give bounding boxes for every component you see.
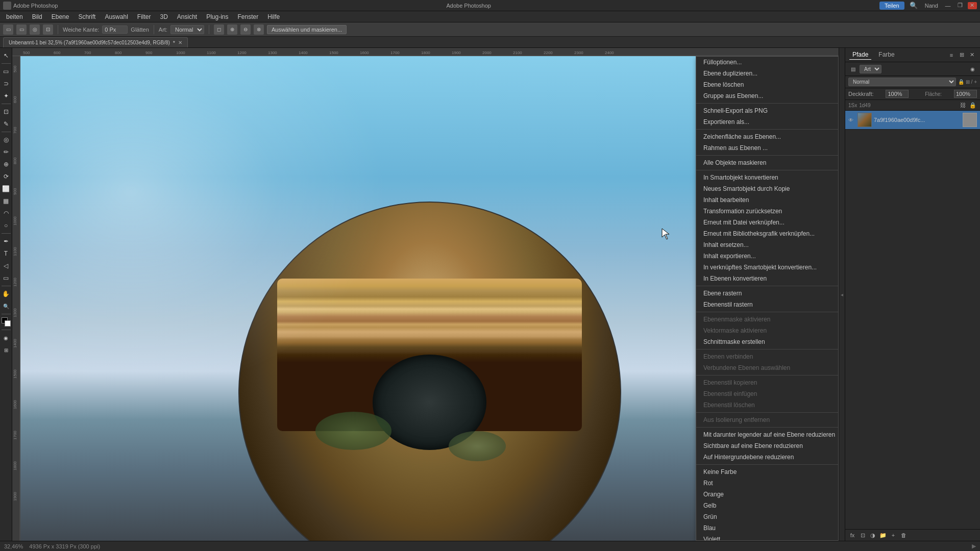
ctx-item-erneut-bibliotheksgrafik-verknuepfen[interactable]: Erneut mit Bibliotheksgrafik verknüpfen.…	[696, 228, 838, 239]
ctx-item-ebene-rastern[interactable]: Ebene rastern	[696, 288, 838, 299]
blur-tool[interactable]: ◠	[1, 208, 12, 219]
magic-wand-tool[interactable]: ✦	[1, 90, 12, 102]
ctx-item-schnell-export-png[interactable]: Schnell-Export als PNG	[696, 105, 838, 116]
opacity-input[interactable]	[886, 90, 909, 98]
menu-3d[interactable]: 3D	[156, 12, 172, 21]
document-tab[interactable]: Unbenannt-1 bei 32,5% (7a9f1960ae00d9fc5…	[3, 37, 188, 47]
shape-tool[interactable]: ▭	[1, 272, 12, 284]
panel-close-icon[interactable]: ✕	[968, 51, 976, 59]
ctx-item-keine-farbe[interactable]: Keine Farbe	[696, 466, 838, 478]
minimize-button[interactable]: —	[943, 2, 952, 9]
panel-arrange-icon[interactable]: ⊞	[958, 51, 966, 59]
layer-toggle-icon[interactable]: ◉	[968, 64, 977, 73]
ctx-item-auf-hintergrundebene[interactable]: Auf Hintergrundebene reduzieren	[696, 452, 838, 463]
ctx-item-inhalt-bearbeiten[interactable]: Inhalt bearbeiten	[696, 194, 838, 206]
close-button[interactable]: ✕	[968, 2, 977, 9]
menu-ansicht[interactable]: Ansicht	[173, 12, 201, 21]
opt-icon-a[interactable]: ◻	[214, 24, 224, 35]
adjustment-layer-button[interactable]: ◑	[869, 531, 877, 539]
share-button[interactable]: Teilen	[879, 2, 904, 10]
menu-schrift[interactable]: Schrift	[74, 12, 100, 21]
delete-layer-button[interactable]: 🗑	[899, 531, 908, 539]
ctx-item-schnittmaske-erstellen[interactable]: Schnittmaske erstellen	[696, 336, 838, 347]
ctx-item-fulloptionen[interactable]: Fülloptionen...	[696, 57, 838, 68]
ctx-item-ebene-duplizieren[interactable]: Ebene duplizieren...	[696, 68, 838, 79]
crop-tool[interactable]: ⊡	[1, 106, 12, 117]
opt-icon-d[interactable]: ⊗	[254, 24, 264, 35]
foreground-color[interactable]	[1, 316, 12, 328]
panel-link-icon[interactable]: ⛓	[959, 101, 967, 109]
ctx-item-neues-smartobjekt-kopie[interactable]: Neues Smartobjekt durch Kopie	[696, 183, 838, 194]
screen-mode-tool[interactable]: ⊞	[1, 344, 12, 356]
ctx-item-orange[interactable]: Orange	[696, 489, 838, 500]
brush-tool[interactable]: ✏	[1, 146, 12, 158]
ctx-item-gruppe-aus-ebenen[interactable]: Gruppe aus Ebenen...	[696, 90, 838, 102]
menu-filter[interactable]: Filter	[133, 12, 155, 21]
weiche-kante-input[interactable]	[102, 26, 128, 34]
ctx-item-inhalt-exportieren[interactable]: Inhalt exportieren...	[696, 251, 838, 262]
ctx-item-in-verknuepftes-smartobjekt[interactable]: In verknüpftes Smartobjekt konvertieren.…	[696, 262, 838, 273]
tab-close-button[interactable]: ✕	[178, 40, 182, 45]
menu-bild[interactable]: Bild	[28, 12, 46, 21]
ctx-item-erneut-datei-verknuepfen[interactable]: Erneut mit Datei verknüpfen...	[696, 217, 838, 228]
ctx-item-in-ebenen-konvertieren[interactable]: In Ebenen konvertieren	[696, 273, 838, 284]
menu-plugins[interactable]: Plug-ins	[202, 12, 232, 21]
rectangular-select-tool[interactable]: ▭	[1, 66, 12, 77]
spot-healing-tool[interactable]: ◎	[1, 134, 12, 145]
zoom-tool[interactable]: 🔍	[1, 300, 12, 312]
type-tool[interactable]: T	[1, 248, 12, 259]
new-group-button[interactable]: 📁	[879, 531, 887, 539]
gradient-tool[interactable]: ▦	[1, 195, 12, 207]
menu-hilfe[interactable]: Hilfe	[263, 12, 284, 21]
ctx-item-ebenensstil-rastern[interactable]: Ebenenstil rastern	[696, 299, 838, 310]
ctx-item-rot[interactable]: Rot	[696, 478, 838, 489]
panel-menu-icon[interactable]: ≡	[947, 51, 955, 59]
menu-ebene[interactable]: Ebene	[47, 12, 74, 21]
clone-tool[interactable]: ⊕	[1, 159, 12, 170]
menu-beiten[interactable]: beiten	[2, 12, 27, 21]
panel-tab-pfade[interactable]: Pfade	[849, 50, 871, 60]
layer-fx-button[interactable]: fx	[848, 531, 856, 539]
ctx-item-exportieren-als[interactable]: Exportieren als...	[696, 116, 838, 128]
ctx-item-inhalt-ersetzen[interactable]: Inhalt ersetzen...	[696, 239, 838, 251]
opt-icon-b[interactable]: ⊕	[227, 24, 237, 35]
history-brush-tool[interactable]: ⟳	[1, 171, 12, 182]
ctx-item-rahmen-aus-ebenen[interactable]: Rahmen aus Ebenen ...	[696, 142, 838, 154]
eraser-tool[interactable]: ⬜	[1, 183, 12, 194]
blend-mode-select[interactable]: Normal	[848, 78, 956, 86]
ctx-item-transformation-zuruecksetzen[interactable]: Transformation zurücksetzen	[696, 206, 838, 217]
layer-filter-select[interactable]: Art	[860, 65, 881, 73]
menu-fenster[interactable]: Fenster	[234, 12, 263, 21]
menu-auswahl[interactable]: Auswahl	[101, 12, 132, 21]
pen-tool[interactable]: ✒	[1, 236, 12, 247]
dodge-tool[interactable]: ○	[1, 220, 12, 231]
ctx-item-violett[interactable]: Violett	[696, 534, 838, 541]
move-tool[interactable]: ↖	[1, 50, 12, 61]
flache-input[interactable]	[954, 90, 977, 98]
restore-button[interactable]: ❐	[955, 2, 965, 9]
eyedropper-tool[interactable]: ✎	[1, 118, 12, 130]
new-layer-button[interactable]: +	[889, 531, 897, 539]
art-select[interactable]: Normal	[170, 25, 204, 34]
ctx-item-gelb[interactable]: Gelb	[696, 500, 838, 511]
ctx-item-mit-darunter-liegender[interactable]: Mit darunter legender auf eine Ebene red…	[696, 429, 838, 440]
ctx-item-in-smartobjekt-konvertieren[interactable]: In Smartobjekt konvertieren	[696, 172, 838, 183]
panel-lock-icon[interactable]: 🔒	[969, 101, 977, 109]
ctx-item-alle-objekte-maskieren[interactable]: Alle Objekte maskieren	[696, 157, 838, 168]
lasso-tool[interactable]: ⊃	[1, 78, 12, 89]
filter-kind-icon[interactable]: ▤	[848, 64, 857, 73]
ctx-item-blau[interactable]: Blau	[696, 522, 838, 534]
ctx-item-zeichenflaeche-aus-ebenen[interactable]: Zeichenfläche aus Ebenen...	[696, 131, 838, 142]
panel-tab-farbe[interactable]: Farbe	[875, 50, 897, 60]
hand-tool[interactable]: ✋	[1, 288, 12, 299]
layer-eye-icon-0[interactable]: 👁	[848, 117, 855, 123]
ctx-item-ebene-loeschen[interactable]: Ebene löschen	[696, 79, 838, 90]
layer-item-0[interactable]: 👁 7a9f1960ae00d9fc...	[845, 111, 980, 130]
quick-mask-tool[interactable]: ◉	[1, 332, 12, 343]
opt-icon-c[interactable]: ⊖	[240, 24, 251, 35]
ctx-item-sichtbare-auf-eine-ebene[interactable]: Sichtbare auf eine Ebene reduzieren	[696, 440, 838, 452]
auswaehlen-maskieren-button[interactable]: Auswählen und maskieren...	[267, 25, 347, 34]
ctx-item-gruen[interactable]: Grün	[696, 511, 838, 522]
add-mask-button[interactable]: ⊡	[859, 531, 867, 539]
search-icon[interactable]: 🔍	[908, 2, 920, 9]
